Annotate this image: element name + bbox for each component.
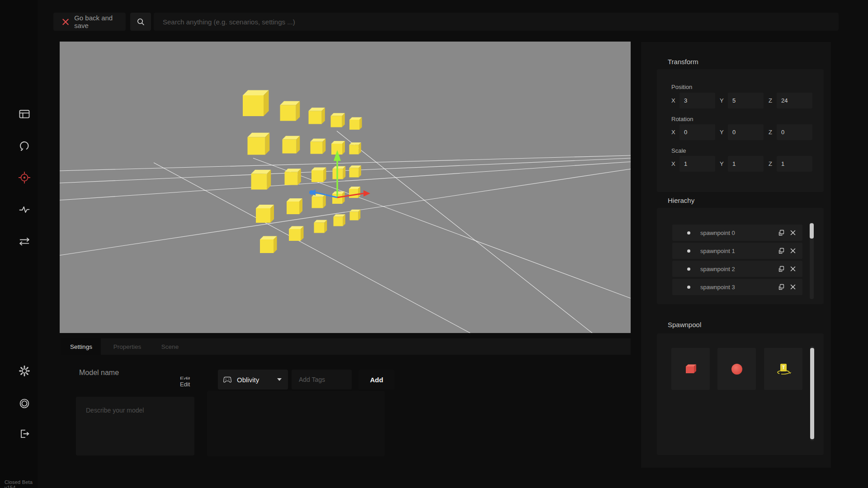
rotation-x-input[interactable]: 0 xyxy=(679,124,715,140)
add-tags-input[interactable] xyxy=(292,370,352,389)
yellow-spin-cube-icon: T xyxy=(775,362,792,376)
hierarchy-item-label: spawnpoint 2 xyxy=(700,266,775,272)
delete-x-icon[interactable] xyxy=(787,227,799,239)
svg-text:T: T xyxy=(782,365,784,370)
position-label: Position xyxy=(671,84,692,90)
position-x-input[interactable]: 3 xyxy=(679,93,715,108)
search-icon-button[interactable] xyxy=(130,13,151,31)
add-button[interactable]: Add xyxy=(359,370,395,389)
model-name-label: Model name xyxy=(79,369,119,377)
duplicate-icon[interactable] xyxy=(775,263,787,275)
spawnpool-tile-red-sphere[interactable] xyxy=(717,348,756,390)
gear-icon[interactable] xyxy=(18,365,31,377)
duplicate-icon[interactable] xyxy=(775,227,787,239)
record-circle-icon[interactable] xyxy=(18,397,31,410)
hierarchy-scrollbar-thumb[interactable] xyxy=(810,223,814,239)
scale-x-field: X 1 xyxy=(671,156,715,172)
delete-x-icon[interactable] xyxy=(787,281,799,293)
scale-y-field: Y 1 xyxy=(720,156,764,172)
version-label: Closed Beta v154 xyxy=(5,479,38,488)
scale-y-input[interactable]: 1 xyxy=(728,156,764,172)
position-x-field: X 3 xyxy=(671,93,715,108)
swap-arrows-icon[interactable] xyxy=(18,235,31,248)
edit-clipped-text: Edit xyxy=(180,376,198,380)
rotation-label: Rotation xyxy=(671,116,693,122)
rotation-z-input[interactable]: 0 xyxy=(777,124,812,140)
bullet-icon xyxy=(687,249,690,253)
delete-x-icon[interactable] xyxy=(787,263,799,275)
bottom-tabbar: Settings Properties Scene xyxy=(61,338,631,355)
position-y-field: Y 5 xyxy=(720,93,764,108)
position-z-field: Z 24 xyxy=(769,93,812,108)
hierarchy-row-spawnpoint-0[interactable]: spawnpoint 0 xyxy=(672,225,802,241)
duplicate-icon[interactable] xyxy=(775,281,787,293)
spawnpool-tile-yellow-spin-cube[interactable]: T xyxy=(764,348,802,390)
scale-label: Scale xyxy=(671,147,686,154)
tab-scene[interactable]: Scene xyxy=(154,338,186,355)
rotation-y-field: Y 0 xyxy=(720,124,764,140)
spawnpool-scrollbar-thumb[interactable] xyxy=(810,348,814,439)
game-select-value: Oblivity xyxy=(237,376,273,384)
target-crosshair-icon[interactable] xyxy=(18,171,31,184)
logout-icon[interactable] xyxy=(18,427,31,440)
layout-panels-icon[interactable] xyxy=(18,108,31,121)
hierarchy-row-spawnpoint-2[interactable]: spawnpoint 2 xyxy=(672,261,802,277)
hierarchy-item-label: spawnpoint 1 xyxy=(700,248,775,254)
tab-properties[interactable]: Properties xyxy=(101,338,154,355)
chevron-down-icon xyxy=(277,378,282,381)
bullet-icon xyxy=(687,267,690,271)
scale-z-field: Z 1 xyxy=(769,156,812,172)
go-back-save-button[interactable]: Go back and save xyxy=(53,13,126,31)
viewport-3d[interactable] xyxy=(60,42,631,333)
orbit-view-icon[interactable] xyxy=(18,140,31,152)
tab-settings[interactable]: Settings xyxy=(61,338,101,355)
bullet-icon xyxy=(687,286,690,289)
rotation-y-input[interactable]: 0 xyxy=(728,124,764,140)
transform-title: Transform xyxy=(668,58,698,66)
hierarchy-title: Hierachy xyxy=(668,197,694,204)
rotation-x-field: X 0 xyxy=(671,124,715,140)
go-back-save-label: Go back and save xyxy=(74,14,126,29)
pulse-waveform-icon[interactable] xyxy=(18,203,31,216)
search-input[interactable] xyxy=(154,13,839,31)
scale-z-input[interactable]: 1 xyxy=(777,156,812,172)
game-select-dropdown[interactable]: Oblivity xyxy=(218,370,288,389)
spawnpool-title: Spawnpool xyxy=(668,321,701,328)
hierarchy-row-spawnpoint-1[interactable]: spawnpoint 1 xyxy=(672,243,802,259)
position-z-input[interactable]: 24 xyxy=(777,93,812,108)
scene-canvas[interactable] xyxy=(60,42,631,333)
edit-button[interactable]: Edit xyxy=(180,381,190,388)
delete-x-icon[interactable] xyxy=(787,245,799,257)
rotation-z-field: Z 0 xyxy=(769,124,812,140)
position-y-input[interactable]: 5 xyxy=(728,93,764,108)
tags-list-panel xyxy=(207,391,385,456)
hierarchy-item-label: spawnpoint 3 xyxy=(700,284,775,291)
search-icon xyxy=(137,18,145,26)
hierarchy-item-label: spawnpoint 0 xyxy=(700,230,775,236)
spawnpool-tile-red-cube[interactable] xyxy=(671,348,710,390)
bullet-icon xyxy=(687,231,690,235)
hierarchy-row-spawnpoint-3[interactable]: spawnpoint 3 xyxy=(672,279,802,295)
duplicate-icon[interactable] xyxy=(775,245,787,257)
red-sphere-icon xyxy=(731,363,743,375)
red-cube-icon xyxy=(683,362,698,376)
gamepad-icon xyxy=(222,375,232,384)
close-x-icon xyxy=(62,19,69,25)
scale-x-input[interactable]: 1 xyxy=(679,156,715,172)
model-description-input[interactable] xyxy=(76,397,194,455)
sidebar: Closed Beta v154 xyxy=(0,0,38,488)
